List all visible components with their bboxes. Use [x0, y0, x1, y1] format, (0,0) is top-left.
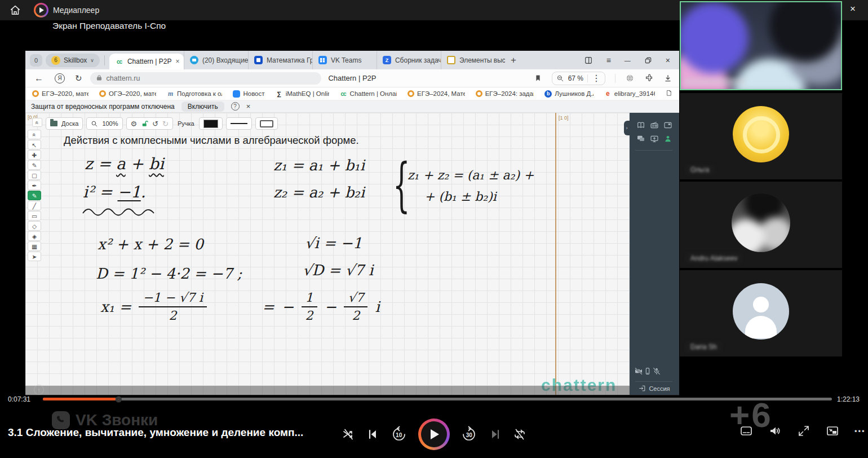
bookmarks-bar: ЕГЭ–2020, матем ОГЭ–2020, матем mПодгото… [25, 87, 679, 100]
browser-restore-icon[interactable] [644, 56, 652, 64]
extensions-icon[interactable] [644, 73, 654, 83]
participant-name-badge [684, 78, 746, 86]
notification-close-icon[interactable]: × [246, 102, 251, 111]
tab-vk-teams[interactable]: VK Teams [312, 51, 377, 69]
mic-off-icon[interactable] [652, 367, 661, 376]
window-close-button[interactable]: × [850, 3, 856, 15]
chat-icon[interactable] [634, 132, 648, 146]
bookmark-item[interactable]: eelibrary_391466 [604, 90, 655, 98]
lock-open-icon[interactable] [141, 120, 148, 127]
whiteboard-canvas[interactable]: [0,0] [1 0] « Доска 100% ⚙ [25, 113, 679, 395]
pen-style-button[interactable] [255, 117, 278, 130]
enable-protection-button[interactable]: Включить [181, 102, 224, 112]
pen-tool-active[interactable]: ✎ [28, 191, 41, 200]
volume-icon[interactable] [768, 424, 782, 438]
pen-width-button[interactable] [226, 117, 252, 130]
tab-elements[interactable]: Элементы высше [441, 51, 505, 69]
sidebar-expand-button[interactable]: › [624, 121, 630, 135]
palette-collapse-button[interactable]: « [28, 130, 41, 139]
bookmark-item[interactable]: ЕГЭ–2024: задани [476, 90, 534, 97]
participant-tile[interactable]: Andru Alakseev [680, 182, 842, 268]
lasso-tool[interactable]: ▢ [28, 170, 41, 180]
pencil-tool[interactable]: ✎ [28, 160, 41, 170]
gear-icon[interactable]: ⚙ [131, 120, 138, 128]
participant-tile[interactable]: Daria Sh [680, 270, 842, 356]
bookmark-flag-icon[interactable] [534, 74, 542, 82]
toolbar-collapse-button[interactable]: « [32, 118, 42, 127]
shuffle-off-icon[interactable] [342, 428, 355, 441]
session-exit-button[interactable]: Сессия [630, 385, 679, 392]
tab-problems[interactable]: Z Сборник задач п [377, 51, 441, 69]
rewind-10-icon[interactable]: 10 [391, 426, 408, 443]
pin-tool[interactable]: ➤ [28, 252, 41, 261]
undo-icon[interactable]: ↺ [152, 120, 158, 128]
camera-off-icon[interactable] [634, 367, 643, 376]
next-track-icon[interactable] [489, 428, 502, 441]
globe-icon[interactable] [625, 73, 635, 83]
forward-30-icon[interactable]: 30 [460, 426, 477, 443]
screenshare-icon[interactable] [648, 132, 661, 146]
bookmark-item[interactable]: Новости [233, 90, 264, 98]
browser-tabstrip: 0 6 Skillbox ∨ cc Chattern | P2P × (20) … [25, 51, 679, 69]
browser-menu-icon[interactable]: ≡ [606, 56, 611, 65]
redo-icon[interactable]: ↻ [162, 120, 169, 128]
zoom-button[interactable]: 100% [86, 117, 122, 130]
tab-counter-button[interactable]: 0 [30, 54, 42, 67]
marker-tool[interactable]: ✒ [28, 180, 41, 190]
seek-handle[interactable] [116, 396, 122, 402]
play-button[interactable] [418, 419, 450, 450]
side-panel-icon[interactable] [584, 56, 593, 65]
more-options-icon[interactable]: ••• [854, 427, 866, 435]
browser-close-icon[interactable]: × [666, 56, 670, 65]
tab-label: Сборник задач п [395, 56, 441, 64]
pip-icon[interactable] [826, 424, 839, 438]
select-tool[interactable]: ↖ [28, 140, 41, 149]
repeat-off-icon[interactable] [513, 428, 526, 441]
tab-inbox[interactable]: (20) Входящие - В [184, 51, 248, 69]
page-copy-icon[interactable] [666, 90, 672, 98]
tab-group-skillbox[interactable]: 6 Skillbox ∨ [46, 54, 100, 67]
captions-icon[interactable] [739, 424, 753, 438]
tab-close-icon[interactable]: × [175, 58, 179, 65]
home-icon[interactable] [9, 4, 21, 16]
url-field[interactable]: chattern.ru [90, 72, 321, 85]
tab-mathematics[interactable]: Математика Гра [248, 51, 312, 69]
browser-minimize-icon[interactable]: — [625, 57, 631, 64]
bookmark-item[interactable]: ЕГЭ–2020, матем [32, 90, 88, 97]
bookmark-item[interactable]: bЛушников Д.А. [544, 90, 594, 98]
back-icon[interactable]: ← [34, 73, 43, 83]
teacher-video-tile[interactable] [680, 1, 842, 90]
bookmark-item[interactable]: ∑iMathEQ | Online [276, 90, 329, 98]
polygon-tool[interactable]: ◇ [28, 221, 41, 231]
participants-icon[interactable] [661, 132, 675, 146]
yandex-search-icon[interactable]: Я [55, 73, 65, 83]
board-button[interactable]: Доска [46, 117, 83, 130]
pen-color-button[interactable] [199, 117, 223, 130]
line-tool[interactable]: ╱ [28, 201, 41, 210]
bookmark-item[interactable]: mПодготовка к оли [167, 90, 222, 98]
new-tab-button[interactable]: + [511, 55, 516, 66]
lessons-icon[interactable] [634, 118, 648, 132]
formula-discriminant: D = 1² − 4·2 = −7 ; [96, 265, 242, 282]
phone-icon[interactable] [643, 367, 652, 376]
image-tool[interactable]: ▦ [28, 241, 41, 251]
previous-track-icon[interactable] [366, 428, 379, 441]
reload-icon[interactable]: ↻ [75, 73, 82, 83]
pan-tool[interactable]: ✚ [28, 150, 41, 160]
zoom-control[interactable]: 67 % ⋮ [552, 72, 605, 85]
seek-bar[interactable] [43, 398, 832, 400]
download-icon[interactable] [663, 74, 672, 83]
fullscreen-icon[interactable] [797, 424, 811, 438]
window-layout-icon[interactable] [661, 118, 675, 132]
zoom-menu-icon[interactable]: ⋮ [592, 73, 601, 83]
participant-tile[interactable]: Ольга [680, 93, 842, 179]
scroll-up-indicator[interactable]: ↑ [34, 385, 44, 395]
news-icon[interactable] [648, 118, 661, 132]
bookmark-item[interactable]: ОГЭ–2020, матем [99, 90, 156, 97]
shape3d-tool[interactable]: ◈ [28, 231, 41, 241]
rectangle-tool[interactable]: ▭ [28, 211, 41, 221]
bookmark-item[interactable]: ccChattern | Онлайн [340, 90, 397, 98]
bookmark-item[interactable]: ЕГЭ–2024, Матем [408, 90, 465, 97]
help-icon[interactable]: ? [231, 102, 240, 111]
tab-chattern-active[interactable]: cc Chattern | P2P × [109, 54, 184, 69]
